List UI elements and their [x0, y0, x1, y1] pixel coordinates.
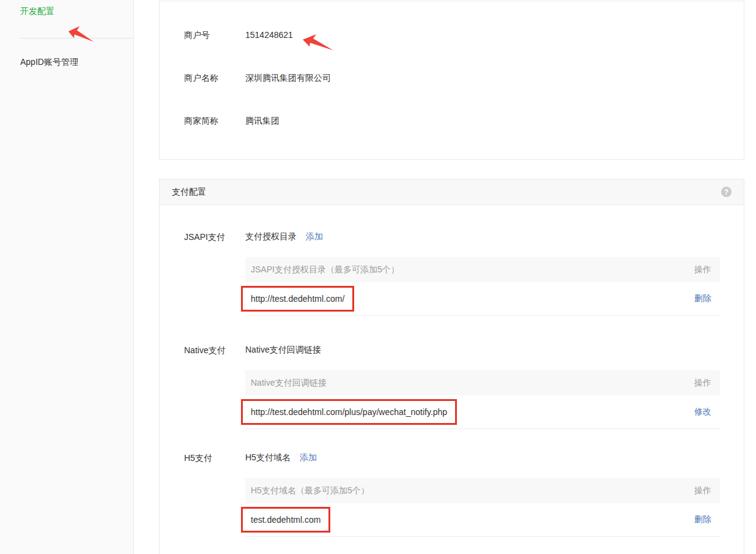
native-pay-section: Native支付 Native支付回调链接 Native支付回调链接 操作 ht…	[160, 345, 744, 429]
h5-pay-label: H5支付	[184, 452, 245, 537]
merchant-shortname-label: 商家简称	[184, 116, 245, 127]
jsapi-table-header-label: JSAPI支付授权目录（最多可添加5个）	[251, 264, 399, 275]
h5-pay-section: H5支付 H5支付域名 添加 H5支付域名（最多可添加5个） 操作 test.d…	[160, 452, 744, 537]
jsapi-pay-content: 支付授权目录 添加 JSAPI支付授权目录（最多可添加5个） 操作 http:/…	[245, 231, 720, 316]
payment-config-card: 支付配置 ? JSAPI支付 支付授权目录 添加 JSAPI支付授权目录（最多可…	[159, 179, 744, 554]
highlight-box: http://test.dedehtml.com/	[241, 286, 354, 312]
merchant-info-rows: 商户号 1514248621 商户名称 深圳腾讯集团有限公司 商家简称 腾讯集团	[160, 1, 744, 127]
sidebar-item-appid-management[interactable]: AppID账号管理	[20, 57, 78, 68]
merchant-name-label: 商户名称	[184, 73, 245, 84]
merchant-shortname-value: 腾讯集团	[245, 116, 280, 127]
h5-table-action-header: 操作	[694, 485, 711, 496]
h5-field-title-row: H5支付域名 添加	[245, 452, 720, 463]
highlight-box: test.dedehtml.com	[241, 507, 330, 533]
merchant-name-value: 深圳腾讯集团有限公司	[245, 73, 331, 84]
merchant-id-row: 商户号 1514248621	[160, 30, 744, 41]
native-table-header-label: Native支付回调链接	[251, 378, 327, 389]
payment-config-title: 支付配置	[172, 187, 206, 198]
merchant-name-row: 商户名称 深圳腾讯集团有限公司	[160, 73, 744, 84]
payment-config-header: 支付配置 ?	[160, 179, 744, 205]
native-field-title: Native支付回调链接	[245, 345, 321, 356]
native-pay-content: Native支付回调链接 Native支付回调链接 操作 http://test…	[245, 345, 720, 429]
table-row: test.dedehtml.com 删除	[245, 503, 720, 537]
help-icon[interactable]: ?	[721, 187, 732, 197]
jsapi-pay-section: JSAPI支付 支付授权目录 添加 JSAPI支付授权目录（最多可添加5个） 操…	[160, 231, 744, 316]
jsapi-table: JSAPI支付授权目录（最多可添加5个） 操作 http://test.dede…	[245, 257, 720, 316]
native-pay-label: Native支付	[184, 345, 245, 429]
jsapi-table-action-header: 操作	[694, 264, 711, 275]
h5-pay-content: H5支付域名 添加 H5支付域名（最多可添加5个） 操作 test.dedeht…	[245, 452, 720, 537]
jsapi-pay-label: JSAPI支付	[184, 231, 245, 316]
jsapi-field-title: 支付授权目录	[245, 231, 297, 242]
native-modify-link[interactable]: 修改	[694, 406, 711, 417]
h5-delete-link[interactable]: 删除	[694, 514, 711, 525]
h5-field-title: H5支付域名	[245, 452, 291, 463]
jsapi-delete-link[interactable]: 删除	[694, 293, 711, 304]
merchant-shortname-row: 商家简称 腾讯集团	[160, 116, 744, 127]
native-table-action-header: 操作	[694, 378, 711, 389]
h5-add-link[interactable]: 添加	[300, 452, 317, 463]
annotation-arrow-icon	[68, 26, 94, 42]
sidebar: 开发配置 AppID账号管理	[0, 0, 134, 554]
table-row: http://test.dedehtml.com/ 删除	[245, 282, 720, 316]
jsapi-table-header: JSAPI支付授权目录（最多可添加5个） 操作	[245, 257, 720, 282]
jsapi-field-title-row: 支付授权目录 添加	[245, 231, 720, 242]
sidebar-item-dev-config[interactable]: 开发配置	[20, 6, 54, 17]
native-table-header: Native支付回调链接 操作	[245, 370, 720, 395]
h5-table-header: H5支付域名（最多可添加5个） 操作	[245, 478, 720, 503]
merchant-id-label: 商户号	[184, 30, 245, 41]
h5-table: H5支付域名（最多可添加5个） 操作 test.dedehtml.com 删除	[245, 478, 720, 537]
native-field-title-row: Native支付回调链接	[245, 345, 720, 356]
sidebar-divider	[20, 38, 133, 39]
h5-domain-value: test.dedehtml.com	[251, 515, 321, 525]
merchant-id-value: 1514248621	[245, 30, 293, 41]
jsapi-add-link[interactable]: 添加	[306, 231, 323, 242]
table-row: http://test.dedehtml.com/plus/pay/wechat…	[245, 395, 720, 429]
jsapi-auth-dir-value: http://test.dedehtml.com/	[251, 294, 344, 304]
h5-table-header-label: H5支付域名（最多可添加5个）	[251, 485, 369, 496]
native-notify-url-value: http://test.dedehtml.com/plus/pay/wechat…	[251, 407, 447, 417]
highlight-box: http://test.dedehtml.com/plus/pay/wechat…	[241, 399, 457, 425]
native-table: Native支付回调链接 操作 http://test.dedehtml.com…	[245, 370, 720, 429]
merchant-info-card: 商户号 1514248621 商户名称 深圳腾讯集团有限公司 商家简称 腾讯集团	[159, 1, 744, 160]
